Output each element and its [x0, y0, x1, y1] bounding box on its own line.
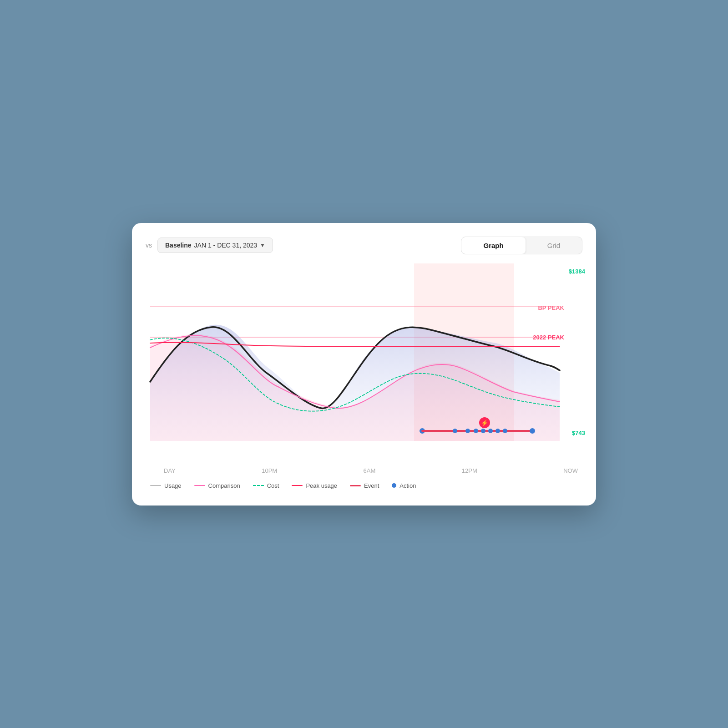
legend-comparison: Comparison — [194, 482, 240, 489]
time-label-12pm: 12PM — [462, 467, 477, 474]
action-legend-dot — [392, 483, 396, 488]
time-label-10pm: 10PM — [262, 467, 277, 474]
peak-usage-legend-line — [292, 485, 303, 486]
action-dot-3 — [474, 429, 478, 433]
action-dot-right — [530, 428, 535, 434]
legend-row: Usage Comparison Cost Peak usage Event A… — [141, 474, 587, 492]
y-label-low: $743 — [572, 430, 585, 436]
grid-tab[interactable]: Grid — [526, 237, 582, 254]
event-legend-label: Event — [364, 482, 379, 489]
action-dot-7 — [503, 429, 507, 433]
peak-usage-legend-label: Peak usage — [306, 482, 337, 489]
comparison-legend-line — [194, 485, 205, 486]
cost-legend-label: Cost — [267, 482, 279, 489]
action-legend-label: Action — [399, 482, 416, 489]
baseline-button[interactable]: Baseline JAN 1 - DEC 31, 2023 ▼ — [157, 238, 273, 253]
bp-peak-label: BP PEAK — [538, 304, 564, 311]
comparison-legend-label: Comparison — [208, 482, 240, 489]
y-label-high: $1384 — [569, 268, 585, 275]
legend-event: Event — [350, 482, 379, 489]
lightning-icon: ⚡ — [481, 419, 489, 427]
peak-2022-label: 2022 PEAK — [533, 334, 564, 341]
graph-tab[interactable]: Graph — [461, 237, 525, 254]
legend-usage: Usage — [150, 482, 182, 489]
view-toggle: Graph Grid — [461, 237, 582, 254]
chart-svg: ⚡ — [141, 263, 587, 464]
action-dot-4 — [481, 429, 485, 433]
legend-peak-usage: Peak usage — [292, 482, 337, 489]
chart-area: $1384 $743 BP PEAK 2022 PEAK — [141, 263, 587, 464]
main-card: vs Baseline JAN 1 - DEC 31, 2023 ▼ Graph… — [132, 223, 596, 506]
action-dot-2 — [465, 429, 470, 433]
time-label-day: DAY — [164, 467, 176, 474]
baseline-date: JAN 1 - DEC 31, 2023 — [194, 242, 258, 249]
chevron-down-icon: ▼ — [260, 242, 265, 248]
time-label-now: NOW — [563, 467, 578, 474]
legend-cost: Cost — [253, 482, 279, 489]
usage-legend-line — [150, 485, 161, 486]
vs-label: vs — [146, 242, 152, 249]
time-axis: DAY 10PM 6AM 12PM NOW — [141, 464, 587, 474]
time-label-6am: 6AM — [364, 467, 376, 474]
usage-legend-label: Usage — [164, 482, 182, 489]
cost-legend-line — [253, 485, 264, 486]
baseline-text: Baseline — [165, 242, 192, 249]
header-row: vs Baseline JAN 1 - DEC 31, 2023 ▼ Graph… — [141, 237, 587, 254]
left-header: vs Baseline JAN 1 - DEC 31, 2023 ▼ — [146, 238, 273, 253]
event-legend-line — [350, 485, 361, 486]
legend-action: Action — [392, 482, 416, 489]
action-dot-1 — [453, 429, 457, 433]
action-dot-6 — [495, 429, 500, 433]
action-dot-5 — [488, 429, 493, 433]
